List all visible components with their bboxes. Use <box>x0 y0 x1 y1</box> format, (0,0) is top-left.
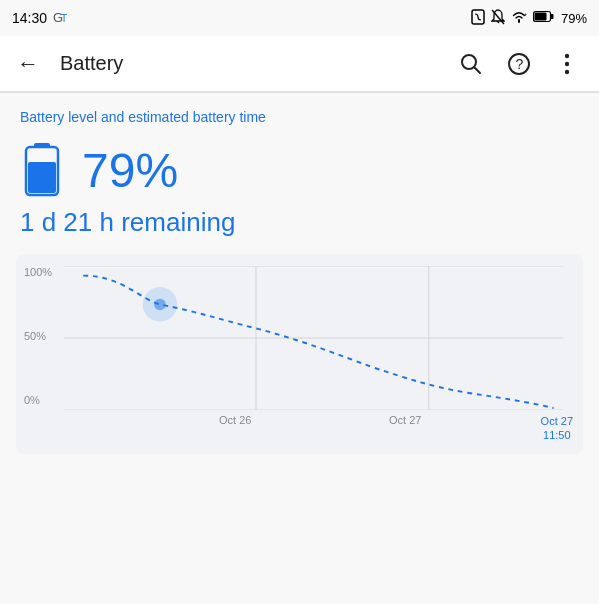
status-bar: 14:30 G T <box>0 0 599 36</box>
y-label-100: 100% <box>24 266 52 278</box>
svg-point-13 <box>565 53 569 57</box>
section-label: Battery level and estimated battery time <box>20 109 579 125</box>
current-date: Oct 27 <box>541 414 573 428</box>
more-vertical-icon <box>564 52 570 76</box>
battery-icon-svg <box>20 141 64 199</box>
svg-text:T: T <box>61 13 67 24</box>
back-button[interactable]: ← <box>4 40 52 88</box>
y-axis-labels: 100% 50% 0% <box>24 266 52 410</box>
svg-rect-18 <box>28 162 56 193</box>
translate-icon: G T <box>53 9 73 28</box>
help-icon: ? <box>507 52 531 76</box>
battery-status-icon <box>533 10 555 26</box>
svg-text:+: + <box>524 11 527 17</box>
notifications-off-icon <box>491 9 505 28</box>
wifi-icon: + <box>511 10 527 27</box>
app-bar: ← Battery ? <box>0 36 599 92</box>
svg-point-14 <box>565 61 569 65</box>
y-label-0: 0% <box>24 394 52 406</box>
status-icons-area: + 79% <box>471 9 587 28</box>
battery-percent-status: 79% <box>561 11 587 26</box>
x-axis-labels: Oct 26 Oct 27 Oct 27 11:50 <box>64 414 575 450</box>
svg-line-10 <box>475 67 481 73</box>
battery-remaining: 1 d 21 h remaining <box>20 207 579 238</box>
svg-point-15 <box>565 69 569 73</box>
help-button[interactable]: ? <box>495 40 543 88</box>
current-time: 11:50 <box>541 428 573 442</box>
battery-icon <box>20 141 64 199</box>
battery-percentage: 79% <box>82 143 178 198</box>
nfc-icon <box>471 9 485 28</box>
svg-rect-8 <box>534 13 546 21</box>
time-display: 14:30 <box>12 10 47 26</box>
battery-chart: 100% 50% 0% <box>16 254 583 454</box>
battery-display: 79% <box>20 141 579 199</box>
more-options-button[interactable] <box>543 40 591 88</box>
svg-rect-7 <box>550 14 553 19</box>
x-label-current: Oct 27 11:50 <box>541 414 573 443</box>
status-time-area: 14:30 G T <box>12 9 73 28</box>
y-label-50: 50% <box>24 330 52 342</box>
search-icon <box>459 52 483 76</box>
chart-area: 100% 50% 0% <box>24 266 575 450</box>
x-label-oct27: Oct 27 <box>389 414 421 426</box>
chart-svg <box>64 266 563 410</box>
main-content: Battery level and estimated battery time… <box>0 93 599 454</box>
back-arrow-icon: ← <box>17 51 39 77</box>
svg-text:?: ? <box>516 56 524 72</box>
x-label-oct26: Oct 26 <box>219 414 251 426</box>
svg-point-25 <box>154 299 166 311</box>
search-button[interactable] <box>447 40 495 88</box>
page-title: Battery <box>60 52 447 75</box>
app-bar-actions: ? <box>447 40 591 88</box>
